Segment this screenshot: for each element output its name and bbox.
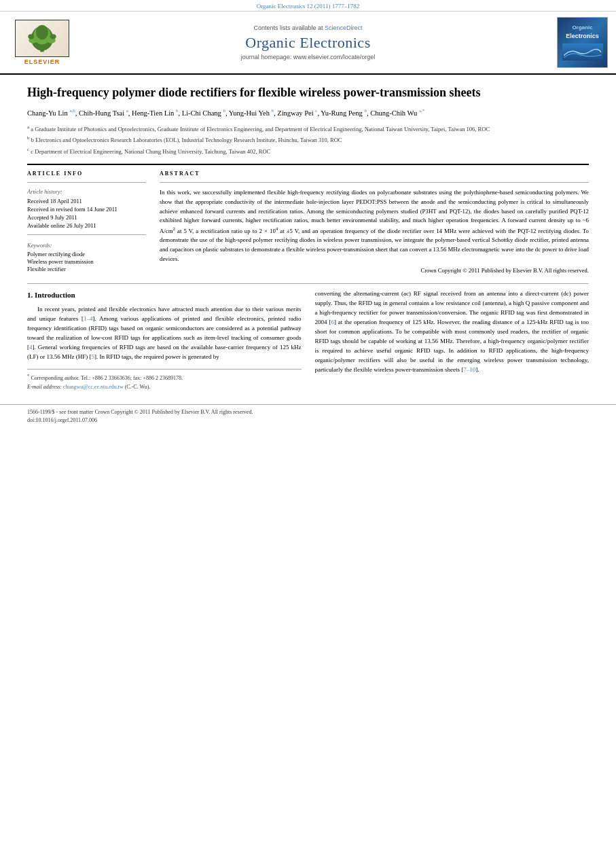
elsevier-logo-box [15,20,69,57]
affiliation-a: a a Graduate Institute of Photonics and … [27,124,589,134]
footnote-email: E-mail address: chungwu@cc.ee.ntu.edu.tw… [27,383,302,391]
svg-point-6 [28,34,34,39]
ref-5[interactable]: 5 [92,353,95,360]
divider-thick [27,164,589,165]
svg-point-3 [36,25,48,40]
abstract-text: In this work, we successfully implemente… [160,188,589,264]
authors-line: Chang-Yu Lin a,b, Chih-Hung Tsai a, Heng… [27,107,589,119]
history-label: Article history: [27,188,146,195]
accepted-date: Accepted 9 July 2011 [27,214,146,221]
intro-paragraph-2: converting the alternating-current (ac) … [315,289,590,374]
divider-info [27,182,146,183]
divider-body [27,283,589,284]
sciencedirect-link[interactable]: ScienceDirect [325,24,363,31]
ref-7-10[interactable]: 7–10 [463,366,475,373]
keyword-1: Polymer rectifying diode [27,251,146,257]
intro-paragraph-1: In recent years, printed and flexible el… [27,305,302,362]
journal-cover-area: Organic Electronics [540,17,608,68]
elsevier-tree-icon [22,23,62,54]
affiliations: a a Graduate Institute of Photonics and … [27,124,589,156]
article-content: High-frequency polymer diode rectifiers … [0,75,616,399]
email-link[interactable]: chungwu@cc.ee.ntu.edu.tw [63,384,124,390]
svg-point-7 [50,34,56,39]
top-citation-bar: Organic Electronics 12 (2011) 1777–1782 [0,0,616,12]
article-info-col: ARTICLE INFO Article history: Received 1… [27,171,146,274]
keywords-section: Keywords: Polymer rectifying diode Wirel… [27,242,146,272]
affiliation-b: b b Electronics and Optoelectronics Rese… [27,135,589,145]
elsevier-logo: ELSEVIER [8,20,76,65]
journal-cover-text: Organic Electronics [562,24,603,60]
ref-6[interactable]: 6 [331,319,334,325]
abstract-heading: ABSTRACT [160,171,589,177]
abstract-col: ABSTRACT In this work, we successfully i… [160,171,589,274]
keywords-label: Keywords: [27,242,146,249]
keyword-3: Flexible rectifier [27,266,146,272]
journal-header: ELSEVIER Contents lists available at Sci… [0,12,616,75]
elsevier-label: ELSEVIER [24,58,60,65]
received-revised-date: Received in revised form 14 June 2011 [27,206,146,213]
divider-keywords [27,234,146,235]
intro-title: 1. Introduction [27,289,302,301]
doi-line: doi:10.1016/j.orgel.2011.07.006 [27,416,589,425]
footnote-area: * Corresponding author. Tel.: +886 2 336… [27,369,302,391]
ref-1-4[interactable]: 1–4 [84,315,93,322]
sciencedirect-line: Contents lists available at ScienceDirec… [76,24,540,31]
journal-title: Organic Electronics [76,34,540,52]
keyword-2: Wireless power transmission [27,258,146,265]
ref-4[interactable]: 4 [29,344,33,351]
issn-line: 1566-1199/$ - see front matter Crown Cop… [27,408,589,416]
article-title: High-frequency polymer diode rectifiers … [27,85,589,101]
page-container: Organic Electronics 12 (2011) 1777–1782 [0,0,616,428]
journal-header-center: Contents lists available at ScienceDirec… [76,24,540,60]
copyright-line: Crown Copyright © 2011 Published by Else… [160,267,589,274]
footnote-corresponding: * Corresponding author. Tel.: +886 2 336… [27,373,302,382]
journal-homepage: journal homepage: www.elsevier.com/locat… [76,54,540,60]
journal-citation: Organic Electronics 12 (2011) 1777–1782 [257,3,359,10]
journal-cover-image: Organic Electronics [557,17,608,68]
body-section: 1. Introduction In recent years, printed… [27,289,589,392]
elsevier-logo-area: ELSEVIER [8,20,76,65]
abstract-paragraph: In this work, we successfully implemente… [160,188,589,264]
bottom-bar: 1566-1199/$ - see front matter Crown Cop… [0,404,616,428]
received-date: Received 18 April 2011 [27,198,146,204]
available-online-date: Available online 26 July 2011 [27,222,146,229]
affiliation-c: c c Department of Electrical Engineering… [27,146,589,156]
divider-abstract [160,182,589,183]
info-abstract-section: ARTICLE INFO Article history: Received 1… [27,171,589,274]
body-col-right: converting the alternating-current (ac) … [315,289,590,392]
body-col-left: 1. Introduction In recent years, printed… [27,289,302,392]
article-info-heading: ARTICLE INFO [27,171,146,177]
